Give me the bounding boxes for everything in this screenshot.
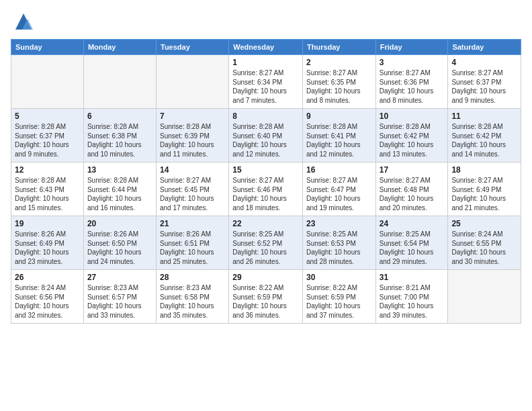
day-info: Sunrise: 8:28 AMSunset: 6:42 PMDaylight:…	[451, 122, 517, 158]
day-number: 9	[306, 111, 372, 121]
calendar-cell: 18Sunrise: 8:27 AMSunset: 6:49 PMDayligh…	[448, 163, 521, 216]
day-info: Sunrise: 8:22 AMSunset: 6:59 PMDaylight:…	[306, 283, 372, 320]
calendar-cell: 20Sunrise: 8:26 AMSunset: 6:50 PMDayligh…	[83, 216, 156, 270]
calendar-header-thursday: Thursday	[302, 40, 375, 55]
day-number: 1	[232, 58, 299, 67]
day-info: Sunrise: 8:24 AMSunset: 6:56 PMDaylight:…	[15, 283, 80, 320]
day-info: Sunrise: 8:27 AMSunset: 6:49 PMDaylight:…	[451, 176, 517, 212]
day-number: 27	[87, 273, 152, 282]
day-number: 14	[160, 165, 225, 175]
day-info: Sunrise: 8:28 AMSunset: 6:43 PMDaylight:…	[15, 176, 80, 212]
calendar-cell	[448, 270, 521, 324]
day-number: 6	[87, 111, 152, 121]
day-number: 10	[380, 111, 445, 121]
day-info: Sunrise: 8:28 AMSunset: 6:40 PMDaylight:…	[232, 122, 299, 158]
day-info: Sunrise: 8:27 AMSunset: 6:37 PMDaylight:…	[451, 68, 517, 105]
day-info: Sunrise: 8:28 AMSunset: 6:39 PMDaylight:…	[160, 122, 225, 158]
calendar-cell: 25Sunrise: 8:24 AMSunset: 6:55 PMDayligh…	[448, 216, 521, 270]
day-number: 13	[87, 165, 152, 175]
calendar-header-saturday: Saturday	[448, 40, 521, 55]
day-number: 25	[451, 219, 517, 228]
calendar-cell: 30Sunrise: 8:22 AMSunset: 6:59 PMDayligh…	[302, 270, 375, 324]
calendar-cell	[83, 55, 156, 109]
calendar-cell: 24Sunrise: 8:25 AMSunset: 6:54 PMDayligh…	[375, 216, 448, 270]
day-info: Sunrise: 8:21 AMSunset: 7:00 PMDaylight:…	[380, 283, 445, 320]
day-info: Sunrise: 8:23 AMSunset: 6:58 PMDaylight:…	[160, 283, 225, 320]
day-info: Sunrise: 8:23 AMSunset: 6:57 PMDaylight:…	[87, 283, 152, 320]
day-number: 17	[380, 165, 445, 175]
calendar-cell: 11Sunrise: 8:28 AMSunset: 6:42 PMDayligh…	[448, 109, 521, 163]
day-info: Sunrise: 8:26 AMSunset: 6:50 PMDaylight:…	[87, 230, 152, 266]
logo-icon	[13, 11, 34, 32]
day-number: 3	[380, 58, 445, 67]
day-number: 11	[451, 111, 517, 121]
calendar-header-row: SundayMondayTuesdayWednesdayThursdayFrid…	[11, 40, 521, 55]
day-number: 5	[15, 111, 80, 121]
day-info: Sunrise: 8:27 AMSunset: 6:48 PMDaylight:…	[380, 176, 445, 212]
calendar-header-friday: Friday	[375, 40, 448, 55]
day-number: 24	[380, 219, 445, 228]
calendar-week-row: 19Sunrise: 8:26 AMSunset: 6:49 PMDayligh…	[11, 216, 521, 270]
calendar-cell: 22Sunrise: 8:25 AMSunset: 6:52 PMDayligh…	[229, 216, 303, 270]
calendar-week-row: 26Sunrise: 8:24 AMSunset: 6:56 PMDayligh…	[11, 270, 521, 324]
day-info: Sunrise: 8:25 AMSunset: 6:54 PMDaylight:…	[380, 230, 445, 266]
day-number: 12	[15, 165, 80, 175]
day-info: Sunrise: 8:27 AMSunset: 6:47 PMDaylight:…	[306, 176, 372, 212]
day-number: 26	[15, 273, 80, 282]
logo	[11, 11, 34, 32]
calendar-cell: 6Sunrise: 8:28 AMSunset: 6:38 PMDaylight…	[83, 109, 156, 163]
calendar-cell: 10Sunrise: 8:28 AMSunset: 6:42 PMDayligh…	[375, 109, 448, 163]
day-number: 23	[306, 219, 372, 228]
calendar-cell: 19Sunrise: 8:26 AMSunset: 6:49 PMDayligh…	[11, 216, 84, 270]
day-number: 29	[232, 273, 299, 282]
day-info: Sunrise: 8:26 AMSunset: 6:49 PMDaylight:…	[15, 230, 80, 266]
calendar-cell	[11, 55, 84, 109]
day-info: Sunrise: 8:25 AMSunset: 6:52 PMDaylight:…	[232, 230, 299, 266]
calendar-cell: 17Sunrise: 8:27 AMSunset: 6:48 PMDayligh…	[375, 163, 448, 216]
calendar-cell: 7Sunrise: 8:28 AMSunset: 6:39 PMDaylight…	[157, 109, 229, 163]
calendar-cell	[157, 55, 229, 109]
calendar-week-row: 1Sunrise: 8:27 AMSunset: 6:34 PMDaylight…	[11, 55, 521, 109]
day-number: 20	[87, 219, 152, 228]
calendar-cell: 26Sunrise: 8:24 AMSunset: 6:56 PMDayligh…	[11, 270, 84, 324]
calendar-cell: 23Sunrise: 8:25 AMSunset: 6:53 PMDayligh…	[302, 216, 375, 270]
calendar-cell: 12Sunrise: 8:28 AMSunset: 6:43 PMDayligh…	[11, 163, 84, 216]
calendar-cell: 21Sunrise: 8:26 AMSunset: 6:51 PMDayligh…	[157, 216, 229, 270]
calendar-cell: 9Sunrise: 8:28 AMSunset: 6:41 PMDaylight…	[302, 109, 375, 163]
day-info: Sunrise: 8:22 AMSunset: 6:59 PMDaylight:…	[232, 283, 299, 320]
day-number: 7	[160, 111, 225, 121]
day-number: 30	[306, 273, 372, 282]
calendar-cell: 29Sunrise: 8:22 AMSunset: 6:59 PMDayligh…	[229, 270, 303, 324]
day-number: 8	[232, 111, 299, 121]
day-number: 21	[160, 219, 225, 228]
calendar-cell: 14Sunrise: 8:27 AMSunset: 6:45 PMDayligh…	[157, 163, 229, 216]
calendar-header-sunday: Sunday	[11, 40, 84, 55]
day-number: 22	[232, 219, 299, 228]
day-info: Sunrise: 8:26 AMSunset: 6:51 PMDaylight:…	[160, 230, 225, 266]
day-number: 18	[451, 165, 517, 175]
calendar-cell: 15Sunrise: 8:27 AMSunset: 6:46 PMDayligh…	[229, 163, 303, 216]
day-info: Sunrise: 8:28 AMSunset: 6:38 PMDaylight:…	[87, 122, 152, 158]
calendar-cell: 27Sunrise: 8:23 AMSunset: 6:57 PMDayligh…	[83, 270, 156, 324]
day-number: 15	[232, 165, 299, 175]
page: SundayMondayTuesdayWednesdayThursdayFrid…	[0, 0, 532, 411]
day-info: Sunrise: 8:27 AMSunset: 6:45 PMDaylight:…	[160, 176, 225, 212]
calendar-week-row: 5Sunrise: 8:28 AMSunset: 6:37 PMDaylight…	[11, 109, 521, 163]
calendar-cell: 28Sunrise: 8:23 AMSunset: 6:58 PMDayligh…	[157, 270, 229, 324]
day-info: Sunrise: 8:27 AMSunset: 6:35 PMDaylight:…	[306, 68, 372, 105]
calendar-cell: 31Sunrise: 8:21 AMSunset: 7:00 PMDayligh…	[375, 270, 448, 324]
calendar-cell: 2Sunrise: 8:27 AMSunset: 6:35 PMDaylight…	[302, 55, 375, 109]
day-number: 2	[306, 58, 372, 67]
day-number: 28	[160, 273, 225, 282]
day-number: 19	[15, 219, 80, 228]
calendar-cell: 4Sunrise: 8:27 AMSunset: 6:37 PMDaylight…	[448, 55, 521, 109]
day-info: Sunrise: 8:28 AMSunset: 6:37 PMDaylight:…	[15, 122, 80, 158]
day-info: Sunrise: 8:28 AMSunset: 6:42 PMDaylight:…	[380, 122, 445, 158]
day-info: Sunrise: 8:27 AMSunset: 6:34 PMDaylight:…	[232, 68, 299, 105]
calendar-cell: 16Sunrise: 8:27 AMSunset: 6:47 PMDayligh…	[302, 163, 375, 216]
day-info: Sunrise: 8:27 AMSunset: 6:46 PMDaylight:…	[232, 176, 299, 212]
calendar-cell: 5Sunrise: 8:28 AMSunset: 6:37 PMDaylight…	[11, 109, 84, 163]
day-info: Sunrise: 8:25 AMSunset: 6:53 PMDaylight:…	[306, 230, 372, 266]
calendar-header-monday: Monday	[83, 40, 156, 55]
calendar-cell: 3Sunrise: 8:27 AMSunset: 6:36 PMDaylight…	[375, 55, 448, 109]
